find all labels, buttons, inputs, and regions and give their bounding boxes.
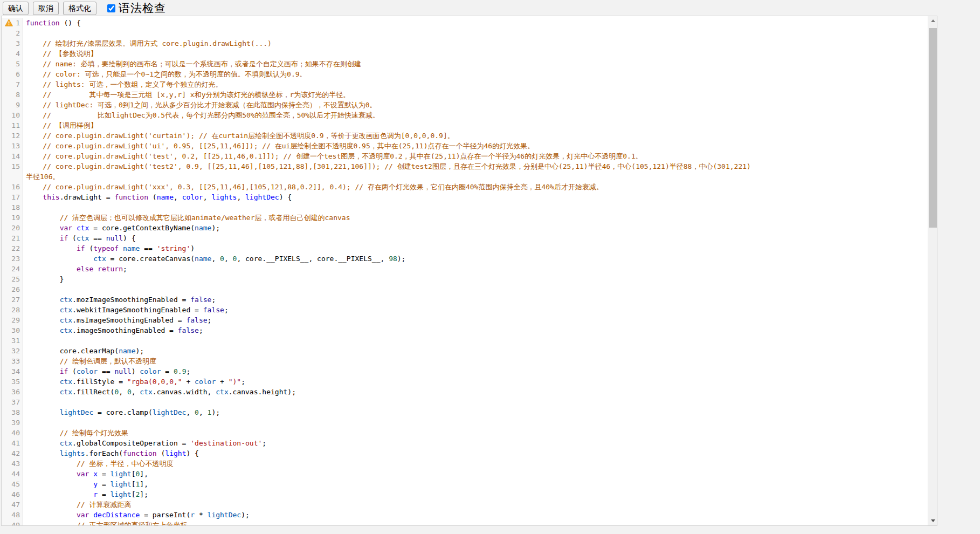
- code-line: // core.plugin.drawLight('ui', 0.95, [[2…: [23, 141, 928, 151]
- line-number: 36: [2, 387, 23, 397]
- lint-warning-icon[interactable]: [5, 19, 13, 26]
- code-line: var decDistance = parseInt(r * lightDec)…: [23, 510, 928, 520]
- line-number: 49: [2, 520, 23, 525]
- code-line-row: 45 y = light[1],: [2, 479, 928, 489]
- confirm-button[interactable]: 确认: [3, 2, 29, 15]
- code-line-row: 38 lightDec = core.clamp(lightDec, 0, 1)…: [2, 407, 928, 417]
- line-number: 39: [2, 417, 23, 428]
- format-button[interactable]: 格式化: [63, 2, 96, 15]
- line-number: 9: [2, 100, 23, 110]
- code-line-row: 4 // 【参数说明】: [2, 49, 928, 59]
- code-line: // lightDec: 可选，0到1之间，光从多少百分比才开始衰减（在此范围内…: [23, 100, 928, 110]
- line-number: 44: [2, 469, 23, 479]
- code-line: // core.plugin.drawLight('curtain'); // …: [23, 131, 928, 141]
- code-line-row: 44 var x = light[0],: [2, 469, 928, 479]
- line-number: 23: [2, 254, 23, 264]
- line-number: 42: [2, 448, 23, 458]
- line-number: 35: [2, 376, 23, 387]
- code-line: [23, 284, 928, 295]
- code-line: ctx.imageSmoothingEnabled = false;: [23, 325, 928, 336]
- code-line-row: 33 // 绘制色调层，默认不透明度: [2, 356, 928, 366]
- code-line: // core.plugin.drawLight('test', 0.2, [[…: [23, 151, 928, 161]
- code-line: if (typeof name == 'string'): [23, 243, 928, 254]
- code-line-row: 36 ctx.fillRect(0, 0, ctx.canvas.width, …: [2, 387, 928, 397]
- line-number: 13: [2, 141, 23, 151]
- line-number: 5: [2, 59, 23, 69]
- code-line: // 绘制每个灯光效果: [23, 428, 928, 438]
- line-number: 32: [2, 346, 23, 356]
- syntax-check-checkbox[interactable]: [107, 4, 115, 12]
- code-line-row: 13 // core.plugin.drawLight('ui', 0.95, …: [2, 141, 928, 151]
- code-line-row: 5 // name: 必填，要绘制到的画布名；可以是一个系统画布，或者是个自定义…: [2, 59, 928, 69]
- code-line: this.drawLight = function (name, color, …: [23, 192, 928, 202]
- line-number: 12: [2, 131, 23, 141]
- code-line: ctx.fillRect(0, 0, ctx.canvas.width, ctx…: [23, 387, 928, 397]
- line-number: 37: [2, 397, 23, 407]
- code-line: if (color == null) color = 0.9;: [23, 366, 928, 376]
- code-line: }: [23, 274, 928, 284]
- toolbar: 确认 取消 格式化 语法检查: [0, 0, 980, 16]
- line-number: 46: [2, 489, 23, 499]
- code-line: [23, 28, 928, 38]
- code-line-row: 21 if (ctx == null) {: [2, 233, 928, 243]
- code-line: y = light[1],: [23, 479, 928, 489]
- line-number: 43: [2, 458, 23, 469]
- scroll-up-button[interactable]: [928, 16, 937, 25]
- line-number: 4: [2, 49, 23, 59]
- code-line: ctx = core.createCanvas(name, 0, 0, core…: [23, 254, 928, 264]
- code-lines-container: 1function () {23 // 绘制灯光/漆黑层效果。调用方式 core…: [2, 16, 928, 525]
- code-line: else return;: [23, 264, 928, 274]
- code-editor[interactable]: 1function () {23 // 绘制灯光/漆黑层效果。调用方式 core…: [1, 16, 937, 526]
- code-line-row: 8 // 其中每一项是三元组 [x,y,r] x和y分别为该灯光的横纵坐标，r为…: [2, 90, 928, 100]
- code-line: // 比如lightDec为0.5代表，每个灯光部分内圈50%的范围全亮，50%…: [23, 110, 928, 120]
- line-number: 7: [2, 79, 23, 90]
- code-line-row: 30 ctx.imageSmoothingEnabled = false;: [2, 325, 928, 336]
- code-line-row: 20 var ctx = core.getContextByName(name)…: [2, 223, 928, 233]
- code-line: [23, 336, 928, 346]
- line-number: 34: [2, 366, 23, 376]
- code-scroll-area[interactable]: 1function () {23 // 绘制灯光/漆黑层效果。调用方式 core…: [2, 16, 928, 525]
- code-line: ctx.fillStyle = "rgba(0,0,0," + color + …: [23, 376, 928, 387]
- code-line-row: 39: [2, 417, 928, 428]
- line-number: 41: [2, 438, 23, 448]
- code-line-row: 26: [2, 284, 928, 295]
- code-line-row: 10 // 比如lightDec为0.5代表，每个灯光部分内圈50%的范围全亮，…: [2, 110, 928, 120]
- line-number: 3: [2, 38, 23, 49]
- code-line: // 清空色调层；也可以修改成其它层比如animate/weather层，或者用…: [23, 213, 928, 223]
- scroll-up-icon: [931, 19, 935, 22]
- code-line: // 【参数说明】: [23, 49, 928, 59]
- code-line: r = light[2];: [23, 489, 928, 499]
- line-number: 2: [2, 28, 23, 38]
- line-number: 27: [2, 295, 23, 305]
- code-line: // lights: 可选，一个数组，定义了每个独立的灯光。: [23, 79, 928, 90]
- code-line-row: 7 // lights: 可选，一个数组，定义了每个独立的灯光。: [2, 79, 928, 90]
- code-line-row: 23 ctx = core.createCanvas(name, 0, 0, c…: [2, 254, 928, 264]
- line-number: 48: [2, 510, 23, 520]
- cancel-button[interactable]: 取消: [33, 2, 59, 15]
- code-line: var ctx = core.getContextByName(name);: [23, 223, 928, 233]
- code-line-row: 48 var decDistance = parseInt(r * lightD…: [2, 510, 928, 520]
- code-line-row: 14 // core.plugin.drawLight('test', 0.2,…: [2, 151, 928, 161]
- scrollbar-thumb[interactable]: [929, 28, 937, 228]
- line-number: 16: [2, 182, 23, 192]
- line-number: 29: [2, 315, 23, 325]
- code-line: // 【调用样例】: [23, 120, 928, 131]
- code-line: // 计算衰减距离: [23, 499, 928, 510]
- code-line: lights.forEach(function (light) {: [23, 448, 928, 458]
- code-line: [23, 202, 928, 213]
- line-number: 11: [2, 120, 23, 131]
- line-number: 28: [2, 305, 23, 315]
- code-line-row: 12 // core.plugin.drawLight('curtain'); …: [2, 131, 928, 141]
- code-line-row: 24 else return;: [2, 264, 928, 274]
- code-line: // 绘制灯光/漆黑层效果。调用方式 core.plugin.drawLight…: [23, 38, 928, 49]
- line-number: 30: [2, 325, 23, 336]
- code-line: // 绘制色调层，默认不透明度: [23, 356, 928, 366]
- code-line-row: 49 // 正方形区域的直径和左上角坐标: [2, 520, 928, 525]
- line-number: 15: [2, 161, 23, 182]
- code-line-row: 3 // 绘制灯光/漆黑层效果。调用方式 core.plugin.drawLig…: [2, 38, 928, 49]
- line-number: 38: [2, 407, 23, 417]
- scroll-down-button[interactable]: [928, 516, 937, 525]
- code-line-row: 27 ctx.mozImageSmoothingEnabled = false;: [2, 295, 928, 305]
- code-line-row: 22 if (typeof name == 'string'): [2, 243, 928, 254]
- vertical-scrollbar[interactable]: [928, 16, 937, 525]
